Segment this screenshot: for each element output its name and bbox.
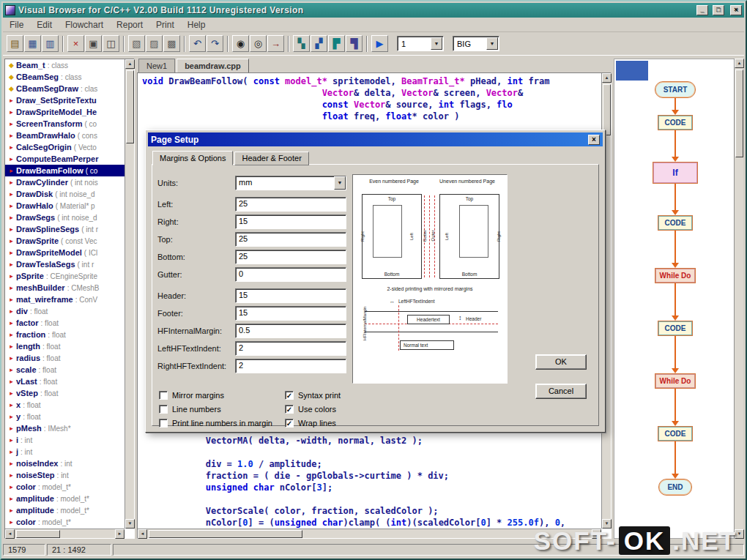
tree-item-x[interactable]: ▸x: float bbox=[5, 399, 124, 411]
tree-scrollbar[interactable]: ▲ ▼ bbox=[124, 59, 134, 529]
editor-hscrollbar[interactable]: ◄ ► bbox=[138, 529, 601, 538]
close-button[interactable]: × bbox=[730, 5, 742, 15]
flow-node-end[interactable]: END bbox=[658, 479, 691, 496]
tree-item-drawbeamfollow[interactable]: ▸DrawBeamFollow( co bbox=[5, 165, 124, 176]
flowchart-scrollbar[interactable]: ▲ ▼ bbox=[734, 59, 743, 539]
find-in-files-button[interactable]: ◎ bbox=[250, 35, 267, 52]
tree-item-fraction[interactable]: ▸fraction: float bbox=[5, 329, 124, 340]
flow-selected-block[interactable] bbox=[616, 61, 648, 81]
tree-item-beamdrawhalo[interactable]: ▸BeamDrawHalo( cons bbox=[5, 130, 124, 141]
maximize-button[interactable]: □ bbox=[713, 5, 724, 15]
tree-item-mat_wireframe[interactable]: ▸mat_wireframe: ConV bbox=[5, 294, 124, 305]
structure-button[interactable]: ▛ bbox=[328, 35, 345, 52]
tree-item-drawdisk[interactable]: ▸DrawDisk( int noise_d bbox=[5, 188, 124, 200]
flow-node-if[interactable]: If bbox=[653, 162, 697, 184]
checkbox-use-colors[interactable]: ✓Use colors bbox=[285, 402, 341, 416]
checkbox-line-numbers[interactable]: Line numbers bbox=[159, 402, 272, 416]
goto-button[interactable]: → bbox=[267, 35, 284, 52]
font-size-combo[interactable]: BIG ▼ bbox=[453, 36, 499, 51]
print-button[interactable]: ▣ bbox=[85, 35, 102, 52]
dropdown-arrow-icon[interactable]: ▼ bbox=[334, 176, 346, 190]
scroll-left-icon[interactable]: ◄ bbox=[138, 529, 147, 539]
tree-item-noiseindex[interactable]: ▸noiseIndex: int bbox=[5, 458, 124, 469]
tree-item-cbeamsegdraw[interactable]: ◆CBeamSegDraw: clas bbox=[5, 83, 124, 94]
scroll-left-icon[interactable]: ◄ bbox=[5, 529, 15, 539]
scroll-right-icon[interactable]: ► bbox=[115, 529, 124, 539]
print-preview-button[interactable]: ◫ bbox=[103, 35, 119, 52]
tree-item-drawsprite[interactable]: ▸DrawSprite( const Vec bbox=[5, 235, 124, 247]
tree-item-drawsegs[interactable]: ▸DrawSegs( int noise_d bbox=[5, 212, 124, 223]
tree-item-factor[interactable]: ▸factor: float bbox=[5, 317, 124, 329]
tree-item-calcsegorigin[interactable]: ▸CalcSegOrigin( Vecto bbox=[5, 141, 124, 153]
checkbox-print-line-numbers-in-margin[interactable]: Print line numbers in margin bbox=[159, 416, 272, 430]
scrollbar-thumb[interactable] bbox=[126, 70, 134, 143]
scroll-down-icon[interactable]: ▼ bbox=[125, 519, 135, 529]
tree-item-vstep[interactable]: ▸vStep: float bbox=[5, 387, 124, 399]
dropdown-arrow-icon[interactable]: ▼ bbox=[486, 37, 498, 50]
tree-item-length[interactable]: ▸length: float bbox=[5, 340, 124, 352]
paste-button[interactable]: ▨ bbox=[146, 35, 163, 52]
flowchart-color-button[interactable]: ▞ bbox=[311, 35, 327, 52]
tree-item-drawhalo[interactable]: ▸DrawHalo( Material* p bbox=[5, 200, 124, 212]
flow-node-code[interactable]: CODE bbox=[658, 215, 694, 231]
flow-node-while-do[interactable]: While Do bbox=[655, 268, 696, 283]
dialog-close-button[interactable]: × bbox=[588, 135, 600, 145]
tree-hscrollbar[interactable]: ◄ ► bbox=[5, 529, 124, 538]
field-input-top[interactable]: 25 bbox=[236, 233, 346, 246]
tree-item-meshbuilder[interactable]: ▸meshBuilder: CMeshB bbox=[5, 282, 124, 294]
checkbox-box[interactable]: ✓ bbox=[285, 419, 294, 428]
close-file-button[interactable]: × bbox=[67, 35, 84, 52]
field-input-header[interactable]: 15 bbox=[236, 289, 346, 302]
tree-item-vlast[interactable]: ▸vLast: float bbox=[5, 376, 124, 387]
flow-node-code[interactable]: CODE bbox=[658, 115, 694, 130]
tree-item-drawsplinesegs[interactable]: ▸DrawSplineSegs( int r bbox=[5, 223, 124, 235]
flowchart-button[interactable]: ▚ bbox=[293, 35, 310, 52]
field-input-lefthftextindent[interactable]: 2 bbox=[236, 342, 346, 355]
dropdown-arrow-icon[interactable]: ▼ bbox=[431, 37, 442, 50]
tree-item-y[interactable]: ▸y: float bbox=[5, 411, 124, 422]
dialog-title-bar[interactable]: Page Setup × bbox=[148, 132, 603, 146]
scrollbar-thumb[interactable] bbox=[149, 530, 302, 538]
field-input-righthftextindent[interactable]: 2 bbox=[236, 359, 346, 373]
undo-button[interactable]: ↶ bbox=[189, 35, 206, 52]
tree-item-computebeamperper[interactable]: ▸ComputeBeamPerper bbox=[5, 153, 124, 165]
tab-new1[interactable]: New1 bbox=[138, 59, 175, 72]
tree-item-drawspritemodel_he[interactable]: ▸DrawSpriteModel_He bbox=[5, 106, 124, 118]
menu-item-help[interactable]: Help bbox=[181, 18, 212, 31]
flow-node-while-do[interactable]: While Do bbox=[655, 373, 696, 389]
tree-item-screentransform[interactable]: ▸ScreenTransform( co bbox=[5, 118, 124, 130]
field-input-gutter[interactable]: 0 bbox=[236, 268, 346, 281]
tree-item-draw_setspritetextu[interactable]: ▸Draw_SetSpriteTextu bbox=[5, 94, 124, 106]
scrollbar-thumb[interactable] bbox=[603, 84, 611, 135]
tree-item-i[interactable]: ▸i: int bbox=[5, 434, 124, 446]
field-input-left[interactable]: 25 bbox=[236, 198, 346, 211]
menu-item-file[interactable]: File bbox=[3, 18, 30, 31]
tree-item-beam_t[interactable]: ◆Beam_t: class bbox=[5, 59, 124, 71]
scroll-up-icon[interactable]: ▲ bbox=[735, 59, 744, 68]
tree-item-pmesh[interactable]: ▸pMesh: IMesh* bbox=[5, 422, 124, 434]
tree-item-amplitude[interactable]: ▸amplitude: model_t* bbox=[5, 493, 124, 504]
field-input-footer[interactable]: 15 bbox=[236, 307, 346, 320]
checkbox-wrap-lines[interactable]: ✓Wrap lines bbox=[285, 416, 341, 430]
ok-button[interactable]: OK bbox=[535, 354, 587, 370]
menu-item-print[interactable]: Print bbox=[149, 18, 181, 31]
copy-button[interactable]: ▧ bbox=[128, 35, 145, 52]
tree-item-noisestep[interactable]: ▸noiseStep: int bbox=[5, 469, 124, 481]
minimize-button[interactable]: _ bbox=[696, 5, 708, 15]
field-input-units[interactable]: mm bbox=[236, 176, 334, 190]
checkbox-box[interactable]: ✓ bbox=[285, 391, 294, 400]
tree-item-color[interactable]: ▸color: model_t* bbox=[5, 516, 124, 528]
title-bar[interactable]: Visual Browser for C/C++ V2.00 Build 111… bbox=[3, 3, 744, 18]
field-input-right[interactable]: 15 bbox=[236, 215, 346, 228]
cancel-button[interactable]: Cancel bbox=[535, 384, 587, 399]
tab-header-footer[interactable]: Header & Footer bbox=[234, 152, 308, 165]
scrollbar-thumb[interactable] bbox=[735, 70, 743, 157]
tree-item-color[interactable]: ▸color: model_t* bbox=[5, 481, 124, 493]
tree-item-drawteslasegs[interactable]: ▸DrawTeslaSegs( int r bbox=[5, 258, 124, 270]
report-button[interactable]: ▜ bbox=[346, 35, 363, 52]
paste-special-button[interactable]: ▩ bbox=[163, 35, 180, 52]
tab-beamdraw-cpp[interactable]: beamdraw.cpp bbox=[176, 59, 249, 72]
tab-margins-options[interactable]: Margins & Options bbox=[152, 151, 233, 165]
menu-item-flowchart[interactable]: Flowchart bbox=[59, 18, 110, 31]
tree-item-drawspritemodel[interactable]: ▸DrawSpriteModel( ICl bbox=[5, 247, 124, 258]
